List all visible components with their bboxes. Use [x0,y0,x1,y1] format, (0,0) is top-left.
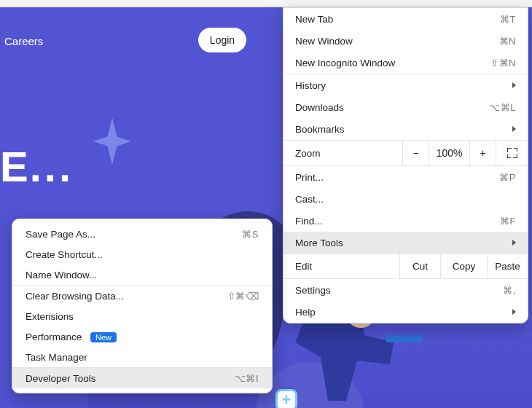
menu-item-bookmarks[interactable]: Bookmarks [283,118,528,140]
hero-text-fragment: E [0,143,30,190]
menu-shortcut: ⌘N [499,36,516,47]
menu-label: Developer Tools [26,373,96,384]
zoom-out-button[interactable]: − [402,141,429,165]
menu-label: Print... [295,172,324,183]
menu-label: Downloads [295,102,344,113]
zoom-value: 100% [429,141,469,165]
menu-item-incognito[interactable]: New Incognito Window ⇧⌘N [283,52,528,74]
edit-paste-button[interactable]: Paste [487,254,528,278]
menu-item-print[interactable]: Print... ⌘P [283,166,528,188]
menu-label: Extensions [26,311,74,322]
menu-label: Name Window... [26,270,97,280]
menu-label: Settings [295,285,331,296]
nav-link-careers[interactable]: Careers [4,35,43,47]
new-badge: New [90,332,117,342]
menu-shortcut: ⌘F [500,216,516,227]
menu-label: More Tools [295,238,343,248]
menu-label: Save Page As... [26,229,95,240]
menu-label: History [295,80,326,91]
menu-shortcut: ⇧⌘N [490,58,516,68]
menu-label: Clear Browsing Data... [26,291,124,302]
menu-shortcut: ⇧⌘⌫ [227,291,259,302]
sparkle-icon [93,117,131,166]
submenu-item-performance[interactable]: Performance New [12,326,272,347]
menu-label: Find... [295,216,323,227]
menu-label: New Tab [295,14,333,25]
menu-item-history[interactable]: History [283,74,528,96]
plus-icon: + [275,389,297,408]
menu-shortcut: ⌘T [500,14,516,25]
menu-item-help[interactable]: Help [283,301,528,323]
hero-headline: E... [0,146,74,188]
submenu-item-developer-tools[interactable]: Developer Tools ⌥⌘I [12,368,272,388]
chevron-right-icon [512,240,516,246]
menu-shortcut: ⌘, [503,285,516,296]
more-tools-submenu: Save Page As... ⌘S Create Shortcut... Na… [12,219,273,393]
menu-item-more-tools[interactable]: More Tools [283,232,528,254]
menu-label: Cast... [295,194,324,205]
fullscreen-icon [507,148,517,158]
browser-chrome-top [0,0,532,7]
menu-item-cast[interactable]: Cast... [283,188,528,210]
menu-label: Help [295,307,316,318]
menu-item-zoom: Zoom − 100% + [283,140,528,166]
submenu-item-name-window[interactable]: Name Window... [12,264,272,285]
fullscreen-button[interactable] [496,141,528,165]
menu-item-new-window[interactable]: New Window ⌘N [283,30,528,52]
menu-label: New Incognito Window [295,58,395,68]
menu-item-new-tab[interactable]: New Tab ⌘T [283,8,528,30]
submenu-item-create-shortcut[interactable]: Create Shortcut... [12,244,272,264]
browser-main-menu: New Tab ⌘T New Window ⌘N New Incognito W… [283,7,528,323]
svg-rect-1 [386,335,423,342]
submenu-item-save-page[interactable]: Save Page As... ⌘S [12,224,272,244]
menu-item-settings[interactable]: Settings ⌘, [283,279,528,301]
menu-label: Create Shortcut... [26,249,103,260]
submenu-item-task-manager[interactable]: Task Manager [12,347,272,367]
menu-label: Bookmarks [295,124,345,135]
zoom-in-button[interactable]: + [469,141,496,165]
edit-cut-button[interactable]: Cut [399,254,440,278]
menu-item-edit: Edit Cut Copy Paste [283,254,528,279]
submenu-item-clear-browsing-data[interactable]: Clear Browsing Data... ⇧⌘⌫ [12,286,272,306]
menu-label: New Window [295,36,353,47]
edit-copy-button[interactable]: Copy [440,254,487,278]
submenu-item-extensions[interactable]: Extensions [12,306,272,326]
menu-label: Task Manager [26,352,87,363]
login-button[interactable]: Login [198,28,246,52]
chevron-right-icon [512,126,516,132]
menu-shortcut: ⌥⌘I [235,373,259,384]
menu-item-downloads[interactable]: Downloads ⌥⌘L [283,96,528,118]
menu-shortcut: ⌘S [242,229,259,240]
menu-label: Performance [26,332,82,342]
hero-dots: ... [30,143,74,190]
menu-shortcut: ⌥⌘L [489,102,516,113]
chevron-right-icon [512,309,516,315]
chevron-right-icon [512,82,516,88]
menu-item-find[interactable]: Find... ⌘F [283,210,528,232]
edit-label: Edit [283,254,399,278]
menu-shortcut: ⌘P [499,172,516,183]
zoom-label: Zoom [283,141,402,165]
